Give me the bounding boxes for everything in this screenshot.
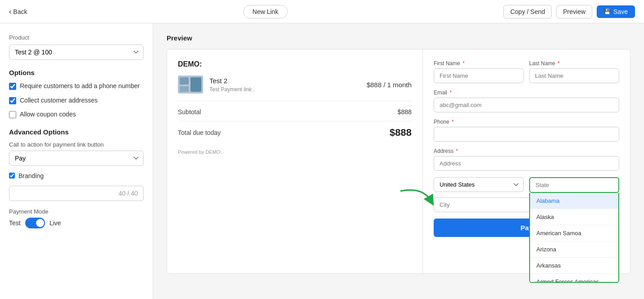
main-layout: Product Test 2 @ 100 Options Require cus… [0, 23, 644, 299]
last-name-required-marker: * [556, 60, 560, 67]
state-group: Alabama Alaska American Samoa Arizona Ar… [529, 177, 619, 193]
state-select-wrapper: Alabama Alaska American Samoa Arizona Ar… [529, 177, 619, 193]
country-select[interactable]: United States [434, 177, 524, 192]
state-option-arizona[interactable]: Arizona [530, 241, 618, 258]
option-coupon-label: Allow coupon codes [20, 110, 76, 119]
state-input[interactable] [529, 177, 619, 193]
option-address-label: Collect customer addresses [20, 96, 98, 105]
preview-section-title: Preview [167, 34, 630, 42]
save-label: Save [613, 8, 628, 15]
mode-test-label: Test [9, 219, 21, 227]
copy-send-button[interactable]: Copy / Send [503, 5, 552, 18]
back-button[interactable]: ‹ Back [9, 8, 27, 16]
first-name-label: First Name * [434, 60, 524, 67]
branding-checkbox[interactable] [9, 173, 15, 179]
product-image-icon [178, 76, 203, 94]
email-required-marker: * [448, 89, 452, 96]
country-group: United States [434, 177, 524, 192]
product-select[interactable]: Test 2 @ 100 [9, 45, 144, 60]
svg-rect-2 [190, 77, 201, 92]
address-group: Address * [434, 148, 619, 171]
subtotal-label: Subtotal [178, 108, 201, 116]
product-section-label: Product [9, 34, 144, 41]
save-icon: 💾 [604, 9, 611, 15]
option-coupon-item: Allow coupon codes [9, 110, 144, 119]
total-row: Total due today $888 [178, 121, 412, 138]
email-label: Email * [434, 89, 619, 96]
last-name-input[interactable] [529, 68, 619, 83]
branding-label: Branding [18, 172, 44, 179]
total-value: $888 [390, 127, 412, 138]
first-name-group: First Name * [434, 60, 524, 83]
branding-row: Branding [9, 172, 144, 179]
email-group: Email * [434, 89, 619, 112]
svg-rect-3 [180, 86, 189, 92]
payment-mode-label: Payment Mode [9, 208, 144, 215]
last-name-group: Last Name * [529, 60, 619, 83]
phone-required-marker: * [450, 119, 454, 125]
state-option-arkansas[interactable]: Arkansas [530, 258, 618, 274]
option-phone-label: Require customers to add a phone number [20, 82, 140, 91]
back-label: Back [13, 8, 27, 15]
preview-right-panel: First Name * Last Name * Email * [423, 49, 630, 273]
arrow-indicator [396, 182, 436, 215]
product-row: Test 2 Test Payment link . $888 / 1 mont… [178, 76, 412, 101]
state-option-american-samoa[interactable]: American Samoa [530, 225, 618, 241]
name-row: First Name * Last Name * [434, 60, 619, 83]
option-address-checkbox[interactable] [9, 97, 16, 104]
state-option-alabama[interactable]: Alabama [530, 193, 618, 209]
last-name-label: Last Name * [529, 60, 619, 67]
payment-link-note: Test Payment link . [209, 86, 360, 93]
advanced-options-title: Advanced Options [9, 128, 144, 136]
preview-card: DEMO: Test 2 Test Payment link . [167, 49, 630, 274]
cta-label: Call to action for payment link button [9, 141, 144, 148]
option-address-item: Collect customer addresses [9, 96, 144, 105]
address-label: Address * [434, 148, 619, 154]
state-option-armed-forces-americas[interactable]: Armed Forces Americas [530, 274, 618, 283]
subtotal-row: Subtotal $888 [178, 108, 412, 116]
phone-group: Phone * [434, 119, 619, 142]
state-dropdown: Alabama Alaska American Samoa Arizona Ar… [529, 193, 619, 283]
product-info: Test 2 Test Payment link . [209, 77, 360, 93]
product-thumbnail [178, 76, 203, 94]
sidebar: Product Test 2 @ 100 Options Require cus… [0, 23, 153, 299]
mode-live-label: Live [50, 219, 61, 227]
back-arrow-icon: ‹ [9, 8, 11, 16]
email-input[interactable] [434, 98, 619, 112]
arrow-icon [396, 182, 436, 214]
preview-left-panel: DEMO: Test 2 Test Payment link . [167, 49, 423, 273]
product-name: Test 2 [209, 77, 360, 85]
char-count-input[interactable] [9, 186, 144, 201]
options-title: Options [9, 69, 144, 76]
subtotal-value: $888 [398, 108, 412, 116]
state-option-alaska[interactable]: Alaska [530, 209, 618, 225]
preview-area: Preview DEMO: Test 2 [153, 23, 644, 299]
product-price: $888 / 1 month [367, 81, 412, 89]
save-button[interactable]: 💾 Save [597, 5, 635, 18]
first-name-input[interactable] [434, 68, 524, 83]
address-required-marker: * [454, 148, 458, 154]
powered-by: Powered by DEMO: [178, 149, 412, 155]
total-label: Total due today [178, 129, 221, 136]
cta-select[interactable]: Pay [9, 151, 144, 166]
address-input[interactable] [434, 156, 619, 171]
topbar-left: ‹ Back [9, 8, 27, 16]
toggle-row: Test Live [9, 218, 144, 228]
first-name-required-marker: * [461, 60, 465, 67]
topbar-right: Copy / Send Preview 💾 Save [503, 5, 635, 18]
country-state-row: United States Alabama Alaska American Sa… [434, 177, 619, 193]
option-phone-checkbox[interactable] [9, 83, 16, 90]
svg-rect-1 [180, 77, 189, 85]
option-phone-item: Require customers to add a phone number [9, 82, 144, 91]
payment-mode-toggle[interactable] [25, 218, 45, 228]
phone-label: Phone * [434, 119, 619, 125]
topbar: ‹ Back New Link Copy / Send Preview 💾 Sa… [0, 0, 644, 23]
new-link-button[interactable]: New Link [243, 5, 288, 18]
option-coupon-checkbox[interactable] [9, 111, 16, 118]
preview-button[interactable]: Preview [556, 5, 592, 18]
topbar-center: New Link [243, 5, 288, 18]
demo-label: DEMO: [178, 60, 412, 68]
phone-input[interactable] [434, 127, 619, 142]
